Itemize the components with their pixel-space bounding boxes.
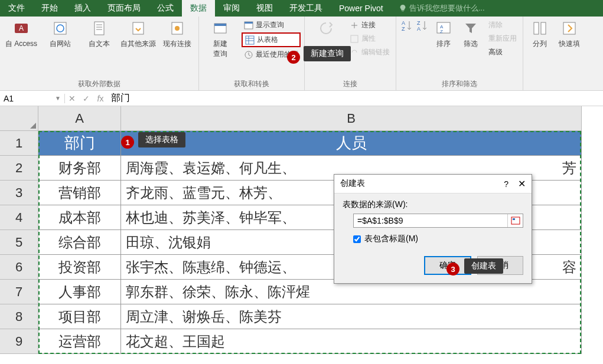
row-header[interactable]: 8 bbox=[0, 304, 38, 329]
row-header[interactable]: 9 bbox=[0, 329, 38, 354]
range-selector-button[interactable] bbox=[507, 214, 523, 227]
flash-fill-button[interactable]: 快速填 bbox=[556, 19, 582, 49]
from-access-button[interactable]: A 自 Access bbox=[4, 19, 39, 49]
svg-text:Z: Z bbox=[417, 20, 421, 26]
tab-powerpivot[interactable]: Power Pivot bbox=[331, 0, 392, 17]
svg-rect-20 bbox=[351, 35, 358, 42]
show-queries-button[interactable]: 显示查询 bbox=[242, 19, 301, 31]
svg-rect-32 bbox=[513, 218, 515, 220]
existing-connections-button[interactable]: 现有连接 bbox=[159, 19, 195, 49]
cell[interactable]: 项目部 bbox=[38, 304, 121, 329]
text-to-columns-button[interactable]: 分列 bbox=[527, 19, 553, 49]
reapply-button: 重新应用 bbox=[486, 32, 519, 45]
svg-text:A: A bbox=[19, 24, 24, 32]
refresh-all-button[interactable] bbox=[308, 19, 344, 38]
row-header[interactable]: 2 bbox=[0, 156, 38, 181]
svg-rect-8 bbox=[133, 22, 144, 34]
tab-layout[interactable]: 页面布局 bbox=[99, 0, 149, 17]
cancel-formula-icon[interactable]: ✕ bbox=[65, 94, 79, 103]
group-sort-filter: AZ ZA AZ 排序 筛选 清除 重新应用 高级 排序和筛选 bbox=[396, 17, 523, 90]
has-headers-input[interactable] bbox=[353, 235, 361, 243]
sort-button[interactable]: AZ 排序 bbox=[432, 19, 455, 49]
from-text-button[interactable]: 自文本 bbox=[82, 19, 117, 49]
tab-data[interactable]: 数据 bbox=[182, 0, 215, 17]
tab-formula[interactable]: 公式 bbox=[149, 0, 182, 17]
show-queries-icon bbox=[244, 21, 253, 30]
row-header[interactable]: 3 bbox=[0, 181, 38, 205]
dialog-source-label: 表数据的来源(W): bbox=[343, 199, 523, 210]
worksheet: A B 1 部门 人员 2财务部周海霞、袁运嫦、何凡生、芳 3营销部齐龙雨、蓝雪… bbox=[0, 106, 603, 354]
has-headers-checkbox[interactable]: 表包含标题(M) bbox=[353, 234, 523, 244]
cell-header[interactable]: 人员 bbox=[121, 131, 582, 156]
properties-button: 属性 bbox=[347, 32, 392, 45]
col-header-A[interactable]: A bbox=[38, 106, 121, 131]
row-header[interactable]: 4 bbox=[0, 205, 38, 230]
select-all-corner[interactable] bbox=[0, 106, 38, 131]
tab-view[interactable]: 视图 bbox=[248, 0, 281, 17]
filter-icon bbox=[461, 19, 480, 38]
row-header[interactable]: 7 bbox=[0, 280, 38, 304]
svg-rect-4 bbox=[94, 22, 104, 35]
svg-rect-2 bbox=[54, 22, 66, 34]
svg-rect-25 bbox=[437, 22, 450, 33]
fx-icon[interactable]: fx bbox=[93, 94, 107, 103]
tab-file[interactable]: 文件 bbox=[0, 0, 33, 17]
dialog-title: 创建表 bbox=[340, 178, 365, 189]
refresh-icon bbox=[317, 19, 335, 38]
cell[interactable]: 财务部 bbox=[38, 156, 121, 181]
group-data-tools: 分列 快速填 bbox=[523, 17, 586, 90]
other-source-icon bbox=[129, 19, 148, 38]
svg-point-10 bbox=[175, 26, 180, 31]
cell[interactable]: 花文超、王国起 bbox=[121, 329, 582, 354]
cell[interactable]: 营销部 bbox=[38, 181, 121, 205]
tab-dev[interactable]: 开发工具 bbox=[281, 0, 331, 17]
tab-home[interactable]: 开始 bbox=[33, 0, 66, 17]
group-label-sort: 排序和筛选 bbox=[400, 79, 519, 90]
from-web-button[interactable]: 自网站 bbox=[43, 19, 78, 49]
range-input[interactable] bbox=[354, 214, 507, 227]
svg-text:A: A bbox=[417, 26, 421, 32]
row-header[interactable]: 5 bbox=[0, 230, 38, 255]
filter-button[interactable]: 筛选 bbox=[459, 19, 483, 49]
cell[interactable]: 成本部 bbox=[38, 205, 121, 230]
cell[interactable]: 周立津、谢焕岳、陈美芬 bbox=[121, 304, 582, 329]
cell-header[interactable]: 部门 bbox=[38, 131, 121, 156]
chevron-down-icon[interactable]: ▼ bbox=[55, 95, 61, 101]
bulb-icon bbox=[399, 4, 407, 12]
tab-insert[interactable]: 插入 bbox=[66, 0, 99, 17]
from-other-button[interactable]: 自其他来源 bbox=[120, 19, 156, 49]
range-selector-icon bbox=[511, 217, 520, 225]
row-header[interactable]: 6 bbox=[0, 255, 38, 280]
svg-rect-31 bbox=[511, 217, 520, 224]
tell-me-label: 告诉我您想要做什么... bbox=[409, 3, 485, 14]
help-icon[interactable]: ? bbox=[504, 179, 509, 189]
cell[interactable]: 综合部 bbox=[38, 230, 121, 255]
svg-rect-15 bbox=[246, 36, 254, 44]
connections-button[interactable]: 连接 bbox=[347, 19, 392, 31]
cell[interactable]: 投资部 bbox=[38, 255, 121, 280]
cell[interactable]: 运营部 bbox=[38, 329, 121, 354]
confirm-formula-icon[interactable]: ✓ bbox=[79, 94, 93, 103]
new-query-button[interactable]: 新建 查询 bbox=[203, 19, 238, 59]
row-header[interactable]: 1 bbox=[0, 131, 38, 156]
close-icon[interactable]: ✕ bbox=[518, 178, 526, 189]
existing-conn-icon bbox=[168, 19, 187, 38]
col-header-B[interactable]: B bbox=[121, 106, 582, 131]
from-table-button[interactable]: 从表格 bbox=[242, 32, 301, 47]
svg-text:Z: Z bbox=[440, 29, 443, 34]
sort-asc-icon[interactable]: AZ bbox=[400, 19, 413, 32]
sort-desc-icon[interactable]: ZA bbox=[415, 19, 428, 32]
access-icon: A bbox=[12, 19, 31, 38]
sort-icon: AZ bbox=[434, 19, 453, 38]
connections-icon bbox=[350, 21, 359, 30]
tell-me-search[interactable]: 告诉我您想要做什么... bbox=[392, 3, 485, 14]
svg-rect-30 bbox=[563, 22, 575, 34]
formula-input[interactable]: 部门 bbox=[107, 92, 603, 104]
cell[interactable]: 人事部 bbox=[38, 280, 121, 304]
text-icon bbox=[90, 19, 109, 38]
web-icon bbox=[51, 19, 70, 38]
svg-rect-28 bbox=[534, 22, 539, 34]
tab-review[interactable]: 审阅 bbox=[215, 0, 248, 17]
name-box[interactable]: A1 ▼ bbox=[0, 94, 65, 103]
advanced-filter-button[interactable]: 高级 bbox=[486, 46, 519, 58]
